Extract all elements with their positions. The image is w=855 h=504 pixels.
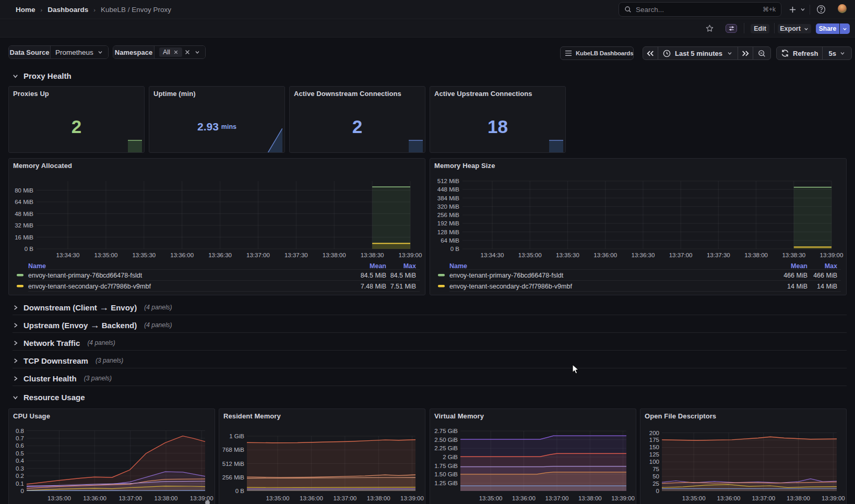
svg-text:13:38:00: 13:38:00 — [323, 252, 346, 258]
svg-text:Max: Max — [825, 262, 837, 270]
svg-text:2.75 GiB: 2.75 GiB — [434, 428, 458, 434]
svg-text:13:38:30: 13:38:30 — [782, 252, 805, 258]
svg-text:13:36:00: 13:36:00 — [170, 252, 194, 258]
svg-text:448 MiB: 448 MiB — [437, 186, 460, 193]
svg-text:envoy-tenant-primary-76bcd6647: envoy-tenant-primary-76bcd66478-fsldt — [28, 272, 142, 279]
svg-text:100: 100 — [649, 459, 659, 465]
svg-text:2 GiB: 2 GiB — [443, 454, 458, 460]
svg-text:512 MiB: 512 MiB — [437, 178, 460, 184]
svg-text:2.50 GiB: 2.50 GiB — [434, 437, 458, 443]
svg-text:13:34:30: 13:34:30 — [56, 252, 80, 258]
svg-text:256 MiB: 256 MiB — [437, 212, 460, 218]
svg-text:0 B: 0 B — [450, 246, 460, 252]
svg-text:200: 200 — [649, 430, 659, 436]
svg-text:13:35:30: 13:35:30 — [556, 252, 579, 258]
svg-text:0.3: 0.3 — [16, 465, 24, 472]
svg-text:2.25 GiB: 2.25 GiB — [434, 445, 458, 451]
svg-text:Mean: Mean — [370, 262, 386, 270]
svg-text:13:35:00: 13:35:00 — [479, 495, 503, 501]
svg-text:192 MiB: 192 MiB — [437, 220, 460, 226]
svg-text:13:37:00: 13:37:00 — [752, 495, 775, 501]
svg-text:13:35:00: 13:35:00 — [518, 252, 542, 258]
svg-text:13:37:30: 13:37:30 — [284, 252, 308, 258]
svg-text:envoy-tenant-secondary-dc7f798: envoy-tenant-secondary-dc7f7986b-v9mbf — [28, 283, 151, 290]
svg-text:13:36:00: 13:36:00 — [593, 252, 617, 258]
svg-text:13:35:00: 13:35:00 — [48, 495, 71, 501]
svg-text:Name: Name — [449, 262, 467, 270]
svg-text:Max: Max — [403, 262, 416, 270]
svg-text:13:38:00: 13:38:00 — [367, 495, 390, 501]
svg-text:0 B: 0 B — [235, 488, 245, 494]
svg-text:13:37:00: 13:37:00 — [545, 495, 569, 501]
svg-text:envoy-tenant-secondary-dc7f798: envoy-tenant-secondary-dc7f7986b-v9mbf — [449, 283, 572, 290]
svg-text:13:36:00: 13:36:00 — [300, 495, 323, 501]
svg-text:466 MiB: 466 MiB — [813, 272, 837, 279]
svg-text:13:38:00: 13:38:00 — [787, 495, 810, 501]
svg-text:13:37:00: 13:37:00 — [246, 252, 270, 258]
svg-text:0.6: 0.6 — [16, 442, 24, 449]
svg-text:1 GiB: 1 GiB — [229, 433, 244, 439]
svg-text:84.5 MiB: 84.5 MiB — [361, 272, 386, 279]
svg-text:13:38:30: 13:38:30 — [361, 252, 384, 258]
svg-text:512 MiB: 512 MiB — [222, 461, 245, 467]
svg-text:13:36:30: 13:36:30 — [208, 252, 232, 258]
svg-text:48 MiB: 48 MiB — [15, 211, 33, 217]
svg-text:13:37:30: 13:37:30 — [707, 252, 730, 258]
svg-text:13:38:00: 13:38:00 — [578, 495, 602, 501]
svg-text:0.1: 0.1 — [16, 481, 24, 487]
svg-text:175: 175 — [649, 437, 659, 443]
svg-text:13:38:00: 13:38:00 — [744, 252, 768, 258]
svg-text:13:39:00: 13:39:00 — [190, 495, 213, 501]
svg-text:13:36:00: 13:36:00 — [83, 495, 106, 501]
svg-text:13:35:00: 13:35:00 — [94, 252, 118, 258]
svg-text:125: 125 — [649, 451, 659, 458]
svg-text:75: 75 — [652, 466, 659, 472]
svg-text:320 MiB: 320 MiB — [437, 203, 460, 210]
svg-text:0.7: 0.7 — [16, 435, 24, 441]
svg-text:80 MiB: 80 MiB — [15, 187, 33, 194]
svg-text:64 MiB: 64 MiB — [441, 237, 459, 244]
svg-text:7.51 MiB: 7.51 MiB — [390, 283, 416, 290]
svg-text:13:38:00: 13:38:00 — [155, 495, 178, 501]
svg-text:Mean: Mean — [791, 262, 808, 270]
svg-text:13:39:00: 13:39:00 — [611, 495, 635, 501]
svg-text:7.48 MiB: 7.48 MiB — [361, 283, 386, 290]
svg-text:0.4: 0.4 — [16, 458, 25, 464]
svg-text:0.5: 0.5 — [16, 450, 24, 457]
svg-text:envoy-tenant-primary-76bcd6647: envoy-tenant-primary-76bcd66478-fsldt — [449, 272, 564, 279]
svg-text:13:37:00: 13:37:00 — [669, 252, 693, 258]
svg-text:384 MiB: 384 MiB — [437, 195, 460, 201]
svg-text:1.75 GiB: 1.75 GiB — [434, 463, 458, 469]
svg-text:128 MiB: 128 MiB — [437, 229, 460, 235]
svg-text:768 MiB: 768 MiB — [222, 447, 245, 453]
svg-text:13:37:00: 13:37:00 — [118, 495, 142, 501]
svg-text:13:39:00: 13:39:00 — [820, 252, 844, 258]
svg-text:14 MiB: 14 MiB — [817, 283, 837, 290]
svg-text:14 MiB: 14 MiB — [787, 283, 808, 290]
svg-text:32 MiB: 32 MiB — [15, 222, 33, 229]
svg-text:0: 0 — [656, 488, 659, 494]
svg-text:13:37:00: 13:37:00 — [333, 495, 357, 501]
svg-text:13:35:00: 13:35:00 — [266, 495, 290, 501]
svg-text:13:34:30: 13:34:30 — [481, 252, 504, 258]
svg-text:466 MiB: 466 MiB — [783, 272, 808, 279]
svg-text:150: 150 — [649, 444, 659, 450]
svg-text:0.8: 0.8 — [16, 428, 24, 434]
svg-text:13:36:00: 13:36:00 — [717, 495, 741, 501]
svg-text:Name: Name — [28, 262, 46, 270]
svg-text:84.5 MiB: 84.5 MiB — [390, 272, 416, 279]
svg-text:1.25 GiB: 1.25 GiB — [434, 480, 458, 486]
svg-text:50: 50 — [652, 473, 659, 479]
svg-text:13:39:00: 13:39:00 — [399, 252, 422, 258]
svg-text:0 B: 0 B — [25, 246, 34, 252]
svg-text:13:36:30: 13:36:30 — [632, 252, 655, 258]
svg-text:16 MiB: 16 MiB — [15, 234, 33, 241]
svg-text:13:36:00: 13:36:00 — [512, 495, 536, 501]
svg-text:13:39:00: 13:39:00 — [822, 495, 845, 501]
svg-text:1.50 GiB: 1.50 GiB — [434, 471, 458, 477]
svg-text:13:39:00: 13:39:00 — [400, 495, 424, 501]
svg-text:0.2: 0.2 — [16, 473, 24, 479]
svg-text:64 MiB: 64 MiB — [15, 199, 33, 205]
svg-text:13:35:00: 13:35:00 — [682, 495, 706, 501]
svg-text:256 MiB: 256 MiB — [222, 474, 245, 481]
